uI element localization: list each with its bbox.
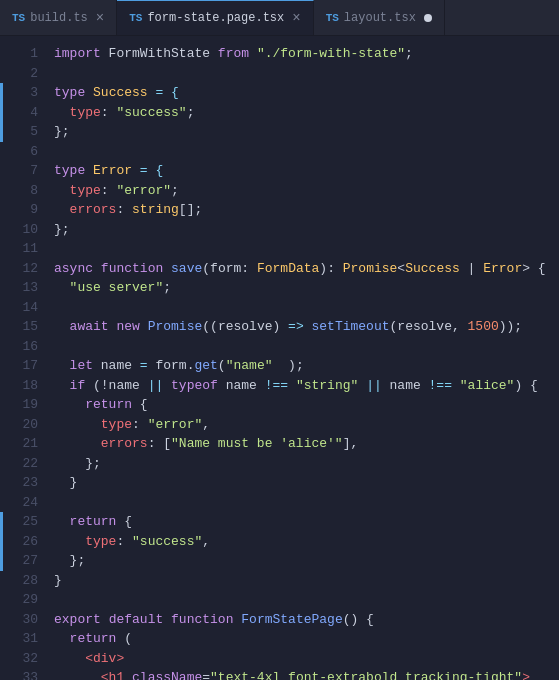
token-op: !== [265,378,288,393]
token-plain [101,612,109,627]
token-plain [54,651,85,666]
code-line: type: "success"; [54,103,559,123]
token-kw: return [70,514,117,529]
code-line: return ( [54,629,559,649]
token-str: "name" [226,358,273,373]
code-content: import FormWithState from "./form-with-s… [46,36,559,680]
token-fn: save [171,261,202,276]
tab-layout-tsx[interactable]: TSlayout.tsx [314,0,445,35]
line-number: 7 [4,161,38,181]
code-line: <h1 className="text-4xl font-extrabold t… [54,668,559,680]
line-number: 26 [4,532,38,552]
code-line [54,298,559,318]
token-plain: )); [499,319,522,334]
token-plain: name [218,378,265,393]
tab-build-ts[interactable]: TSbuild.ts× [0,0,117,35]
tab-icon: TS [326,12,339,24]
tab-form-state-page[interactable]: TSform-state.page.tsx× [117,0,313,35]
line-number: 29 [4,590,38,610]
token-punct: = { [140,163,163,178]
line-number: 2 [4,64,38,84]
token-fn: FormStatePage [241,612,342,627]
line-indicator [0,103,3,123]
token-plain: : [241,261,257,276]
token-plain: }; [54,553,85,568]
token-prop: type [70,183,101,198]
token-kw: await [70,319,109,334]
token-plain: : [116,534,132,549]
line-indicator [0,532,3,552]
line-indicator [0,551,3,571]
token-str: "Name must be 'alice'" [171,436,343,451]
token-plain: ; [187,105,195,120]
code-line: }; [54,454,559,474]
token-plain [288,378,296,393]
token-str: "string" [296,378,358,393]
line-number: 9 [4,200,38,220]
token-kw: let [70,358,93,373]
line-number: 16 [4,337,38,357]
code-line: type: "error", [54,415,559,435]
line-indicator [0,122,3,142]
token-plain [163,378,171,393]
code-line: type Success = { [54,83,559,103]
token-plain: ; [405,46,413,61]
token-kw: default [109,612,164,627]
line-number: 15 [4,317,38,337]
token-plain [54,105,70,120]
line-number: 31 [4,629,38,649]
tab-label: layout.tsx [344,11,416,25]
token-op: !== [429,378,452,393]
line-number: 23 [4,473,38,493]
token-jsx-tag: > [522,670,530,680]
line-number: 5 [4,122,38,142]
token-plain: name [382,378,429,393]
code-line: type Error = { [54,161,559,181]
token-plain [54,319,70,334]
token-plain [93,261,101,276]
token-jsx-tag: <h1 [101,670,124,680]
token-jsx-attr: className [132,670,202,680]
token-plain [358,378,366,393]
token-plain: ; [171,183,179,198]
line-number: 3 [4,83,38,103]
code-line: } [54,473,559,493]
token-prop: errors [101,436,148,451]
tab-close-icon[interactable]: × [96,11,104,25]
token-plain [140,319,148,334]
token-plain: (resolve, [390,319,468,334]
token-plain: ( [218,358,226,373]
token-plain: < [397,261,405,276]
token-plain: : [132,417,148,432]
editor-area: 1234567891011121314151617181920212223242… [0,36,559,680]
line-number: 19 [4,395,38,415]
tab-close-icon[interactable]: × [292,11,300,25]
token-kw: async [54,261,93,276]
code-line: }; [54,122,559,142]
token-plain: : [101,183,117,198]
token-plain [85,85,93,100]
line-number: 30 [4,610,38,630]
code-line: async function save(form: FormData): Pro… [54,259,559,279]
token-plain: > { [522,261,545,276]
token-plain: (!name [85,378,147,393]
token-plain: | [460,261,483,276]
token-prop: type [85,534,116,549]
token-str: "alice" [460,378,515,393]
token-plain: ( [202,261,210,276]
token-plain: , [202,534,210,549]
token-type: Success [93,85,148,100]
tab-label: build.ts [30,11,88,25]
token-num: 1500 [468,319,499,334]
token-plain: : [ [148,436,171,451]
token-kw: function [101,261,163,276]
token-op: || [366,378,382,393]
token-type: Error [93,163,132,178]
token-plain [54,183,70,198]
line-number: 27 [4,551,38,571]
token-plain: ) { [514,378,537,393]
token-op: => [288,319,304,334]
token-prop: errors [70,202,117,217]
token-op: || [148,378,164,393]
token-plain: ): [319,261,342,276]
